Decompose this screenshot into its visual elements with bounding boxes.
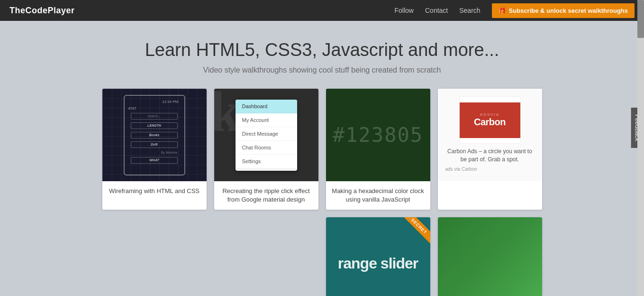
wireframe-phone: 12:34 PM AT&T Search... LENGTH Books Dri… xyxy=(124,95,185,176)
card-css-image: + style xyxy=(438,217,542,296)
carbon-ad-image: ADSVIA Carbon xyxy=(459,96,521,144)
hero-section: Learn HTML5, CSS3, Javascript and more..… xyxy=(0,21,644,89)
card-hex-clock-image: #123805 xyxy=(326,89,430,181)
card-wireframing[interactable]: 12:34 PM AT&T Search... LENGTH Books Dri… xyxy=(102,89,207,210)
cards-row-2: range slider SECRET + style xyxy=(0,217,644,296)
ripple-menu-item-4: Chat Rooms xyxy=(236,141,297,155)
card-wireframing-image: 12:34 PM AT&T Search... LENGTH Books Dri… xyxy=(102,89,207,181)
wf-item-label-4: WHAT xyxy=(149,158,159,162)
range-slider-label: range slider xyxy=(338,255,418,272)
wf-item-4: WHAT xyxy=(131,157,178,164)
card-hex-clock[interactable]: #123805 Making a hexadecimal color clock… xyxy=(326,89,430,210)
card-carbon-ad[interactable]: ADSVIA Carbon Carbon Ads – a circle you … xyxy=(438,89,542,210)
carbon-logo-text: Carbon xyxy=(474,117,506,128)
ripple-bg: k Dashboard My Account Direct Message Ch… xyxy=(214,89,318,181)
hero-subtitle: Video style walkthroughs showing cool st… xyxy=(9,66,635,74)
range-bg: range slider SECRET xyxy=(326,217,430,296)
card-css-style[interactable]: + style xyxy=(438,217,542,296)
cards-grid: 12:34 PM AT&T Search... LENGTH Books Dri… xyxy=(0,89,644,224)
wf-item-3: Drift xyxy=(131,141,178,148)
scrollbar-thumb[interactable] xyxy=(637,0,644,38)
wf-search-text: Search... xyxy=(147,114,161,118)
secret-badge: SECRET xyxy=(397,217,430,250)
brand-logo[interactable]: TheCodePlayer xyxy=(9,6,75,16)
ripple-menu-item-2: My Account xyxy=(236,113,297,127)
card-hex-clock-description: Making a hexadecimal color clock using v… xyxy=(326,181,430,210)
carbon-logo-sub: ADSVIA xyxy=(480,112,499,117)
secret-badge-text: SECRET xyxy=(402,217,430,243)
card-ripple-image: k Dashboard My Account Direct Message Ch… xyxy=(214,89,318,181)
wf-item-label-2: Books xyxy=(149,133,159,137)
wf-item-1: LENGTH xyxy=(131,122,178,129)
card-range-slider[interactable]: range slider SECRET xyxy=(326,217,430,296)
follow-link[interactable]: Follow xyxy=(395,7,414,14)
css-bg: + style xyxy=(438,217,542,296)
hex-display-text: #123805 xyxy=(333,123,423,147)
hex-bg: #123805 xyxy=(326,89,430,181)
wf-author: By Marlene xyxy=(131,151,178,154)
carbon-ad-description: Carbon Ads – a circle you want to be par… xyxy=(445,148,535,164)
hero-title: Learn HTML5, CSS3, Javascript and more..… xyxy=(9,40,635,60)
carbon-img-top: ADSVIA Carbon xyxy=(460,102,520,138)
wf-item-label-1: LENGTH xyxy=(147,124,161,127)
card-wireframing-description: Wireframing with HTML and CSS xyxy=(102,181,207,201)
subscribe-label: Subscribe & unlock secret walkthroughs xyxy=(509,7,628,14)
ripple-menu-item-1: Dashboard xyxy=(236,100,297,113)
ripple-menu: Dashboard My Account Direct Message Chat… xyxy=(236,100,297,171)
card-range-slider-image: range slider SECRET xyxy=(326,217,430,296)
card-ripple-description: Recreating the ripple click effect from … xyxy=(214,181,318,210)
wf-carrier: AT&T xyxy=(128,107,136,110)
wf-search: Search... xyxy=(131,113,178,120)
subscribe-button[interactable]: 🎁 Subscribe & unlock secret walkthroughs xyxy=(492,3,635,18)
navbar: TheCodePlayer Follow Contact Search 🎁 Su… xyxy=(0,0,644,21)
gift-icon: 🎁 xyxy=(499,7,506,14)
card-ripple[interactable]: k Dashboard My Account Direct Message Ch… xyxy=(214,89,318,210)
wf-time: 12:34 PM xyxy=(162,100,178,104)
scrollbar[interactable] xyxy=(637,0,644,296)
wireframe-bg: 12:34 PM AT&T Search... LENGTH Books Dri… xyxy=(102,89,207,181)
ripple-menu-item-3: Direct Message xyxy=(236,127,297,141)
carbon-via: ads via Carbon xyxy=(445,166,477,172)
wf-item-2: Books xyxy=(131,132,178,139)
navbar-links: Follow Contact Search 🎁 Subscribe & unlo… xyxy=(395,3,635,18)
ripple-menu-item-5: Settings xyxy=(236,155,297,168)
wf-item-label-3: Drift xyxy=(151,143,157,146)
search-link[interactable]: Search xyxy=(459,7,480,14)
contact-link[interactable]: Contact xyxy=(425,7,448,14)
